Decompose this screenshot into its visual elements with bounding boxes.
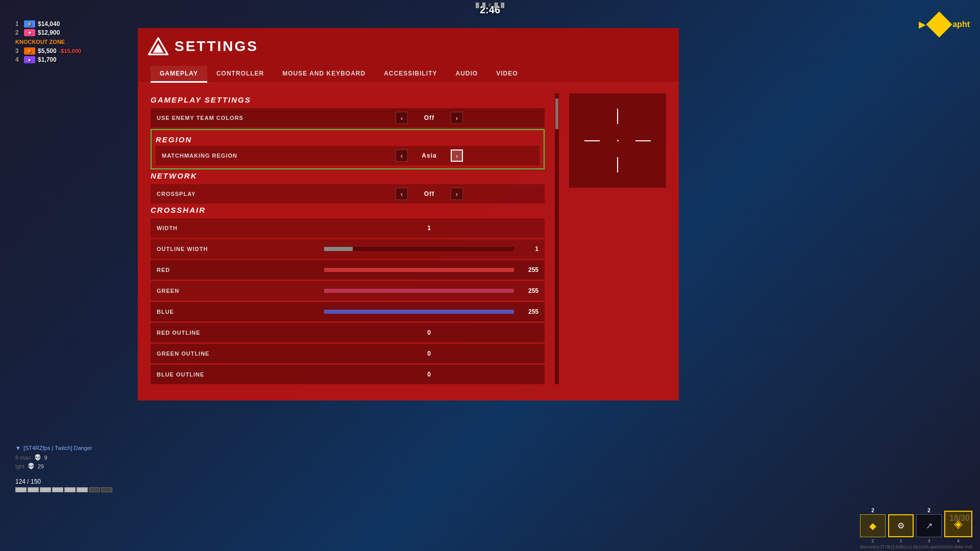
setting-width: WIDTH 1 [151, 218, 545, 238]
enemy-colors-label: USE ENEMY TEAM COLORS [157, 115, 320, 121]
outline-width-track[interactable] [324, 247, 514, 251]
region-title: REGION [156, 135, 540, 144]
health-bar [15, 487, 112, 492]
right-hud: ▶ apht [919, 15, 970, 34]
crosshair-left-line [584, 140, 600, 141]
green-track[interactable] [324, 289, 514, 293]
red-fill [324, 268, 514, 272]
setting-green: GREEN 255 [151, 281, 545, 300]
tab-audio[interactable]: AUDIO [446, 66, 487, 83]
matchmaking-region-next[interactable]: › [451, 149, 463, 162]
blue-value: 255 [518, 308, 538, 315]
blue-track[interactable] [324, 310, 514, 314]
rank1-icon: ⚡ [24, 20, 35, 28]
matchmaking-region-control: ‹ Asia › [325, 149, 533, 162]
ability-1-box: ◆ [860, 514, 886, 537]
hud-top-bar: ▐▌▐▌ E ▐▌▐▌ [474, 3, 506, 8]
crosshair-preview [569, 93, 666, 188]
settings-header: SETTINGS [138, 28, 679, 62]
width-control: 1 [320, 224, 538, 232]
green-outline-label: GREEN OUTLINE [157, 350, 320, 357]
score-row-2: 2 ★ $12,900 [15, 29, 81, 36]
tab-controller[interactable]: CONTROLLER [207, 66, 273, 83]
level-text: apht [952, 20, 970, 29]
abilities-bar: 2 ◆ 2 ⚙ 1 2 ↗ 3 ◈ 4 [860, 508, 972, 543]
crosshair-bottom-line [617, 157, 618, 172]
red-label: RED [157, 267, 320, 273]
crossplay-next[interactable]: › [451, 188, 463, 200]
setting-red: RED 255 [151, 260, 545, 280]
ability-3-key: 3 [927, 538, 930, 543]
setting-matchmaking-region: MATCHMAKING REGION ‹ Asia › [156, 146, 540, 165]
tab-gameplay[interactable]: GAMEPLAY [151, 66, 207, 83]
matchmaking-region-prev[interactable]: ‹ [396, 149, 408, 162]
blue-label: BLUE [157, 309, 320, 315]
player-name: [ST4RZfps | Twitch] Danger [23, 445, 92, 451]
score-row-4: 4 ■ $1,700 [15, 56, 81, 63]
gameplay-section-title: GAMEPLAY SETTINGS [151, 95, 545, 104]
blue-outline-label: BLUE OUTLINE [157, 371, 320, 378]
health-seg-7 [89, 487, 100, 492]
health-seg-1 [15, 487, 27, 492]
player-name-container: ▼ [ST4RZfps | Twitch] Danger [15, 445, 92, 451]
settings-content: GAMEPLAY SETTINGS USE ENEMY TEAM COLORS … [138, 83, 679, 394]
player-info: ▼ [ST4RZfps | Twitch] Danger 8 man 💀 9 i… [15, 445, 92, 469]
outline-width-fill [324, 247, 353, 251]
ability-4-box: ◈ [944, 511, 972, 537]
green-outline-control: 0 [320, 350, 538, 357]
settings-title: SETTINGS [175, 38, 258, 55]
apex-logo-icon [148, 37, 168, 56]
setting-red-outline: RED OUTLINE 0 [151, 323, 545, 342]
kills-1: 9 [44, 455, 47, 461]
scrollbar[interactable] [555, 93, 559, 384]
status-bar: discovery:[T7B1]-69fa1c1-bk1006-qs000000… [860, 544, 972, 549]
score-row-3: 3 ⚡ $5,500 -$15,000 [15, 47, 81, 55]
enemy-colors-control: ‹ Off › [320, 112, 538, 124]
crossplay-prev[interactable]: ‹ [396, 188, 408, 200]
health-text: 124 / 150 [15, 478, 112, 485]
tab-accessibility[interactable]: ACCESSIBILITY [375, 66, 446, 83]
ability-slot-4: ◈ 4 [944, 510, 972, 543]
enemy-colors-value: Off [414, 114, 445, 121]
ability-3-box: ↗ [916, 514, 942, 537]
tab-mouse-keyboard[interactable]: MOUSE AND KEYBOARD [273, 66, 375, 83]
settings-tabs: GAMEPLAY CONTROLLER MOUSE AND KEYBOARD A… [138, 62, 679, 83]
green-label: GREEN [157, 288, 320, 294]
crossplay-label: CROSSPLAY [157, 191, 320, 197]
enemy-colors-prev[interactable]: ‹ [396, 112, 408, 124]
red-track[interactable] [324, 268, 514, 272]
green-outline-value: 0 [414, 350, 445, 357]
crosshair-center-dot [617, 140, 619, 141]
kills-2: 29 [38, 463, 44, 469]
score-row-1: 1 ⚡ $14,040 [15, 20, 81, 28]
crosshair-section-title: CROSSHAIR [151, 206, 545, 214]
crossplay-control: ‹ Off › [320, 188, 538, 200]
crosshair-right-line [635, 140, 651, 141]
kill-row-2: ight 💀 29 [15, 463, 92, 469]
score-panel: 1 ⚡ $14,040 2 ★ $12,900 KNOCKOUT ZONE 3 … [15, 20, 81, 63]
red-outline-label: RED OUTLINE [157, 330, 320, 336]
tab-video[interactable]: VIDEO [487, 66, 527, 83]
blue-outline-value: 0 [414, 371, 445, 378]
setting-blue-outline: BLUE OUTLINE 0 [151, 365, 545, 384]
outline-width-value: 1 [518, 245, 538, 253]
blue-outline-control: 0 [320, 371, 538, 378]
outline-width-label: OUTLINE WIDTH [157, 246, 320, 252]
setting-outline-width: OUTLINE WIDTH 1 [151, 239, 545, 259]
width-label: WIDTH [157, 225, 320, 231]
setting-green-outline: GREEN OUTLINE 0 [151, 344, 545, 363]
rank2-icon: ★ [24, 29, 35, 36]
red-value: 255 [518, 266, 538, 273]
matchmaking-region-label: MATCHMAKING REGION [162, 153, 325, 159]
red-outline-value: 0 [414, 329, 445, 336]
diamond-icon [926, 12, 952, 38]
setting-enemy-colors: USE ENEMY TEAM COLORS ‹ Off › [151, 108, 545, 128]
settings-panel: SETTINGS GAMEPLAY CONTROLLER MOUSE AND K… [138, 28, 679, 400]
ability-4-key: 4 [957, 538, 960, 543]
health-seg-5 [64, 487, 76, 492]
enemy-colors-next[interactable]: › [451, 112, 463, 124]
green-fill [324, 289, 514, 293]
crossplay-value: Off [414, 190, 445, 197]
network-section-title: NETWORK [151, 171, 545, 180]
health-seg-8 [101, 487, 112, 492]
